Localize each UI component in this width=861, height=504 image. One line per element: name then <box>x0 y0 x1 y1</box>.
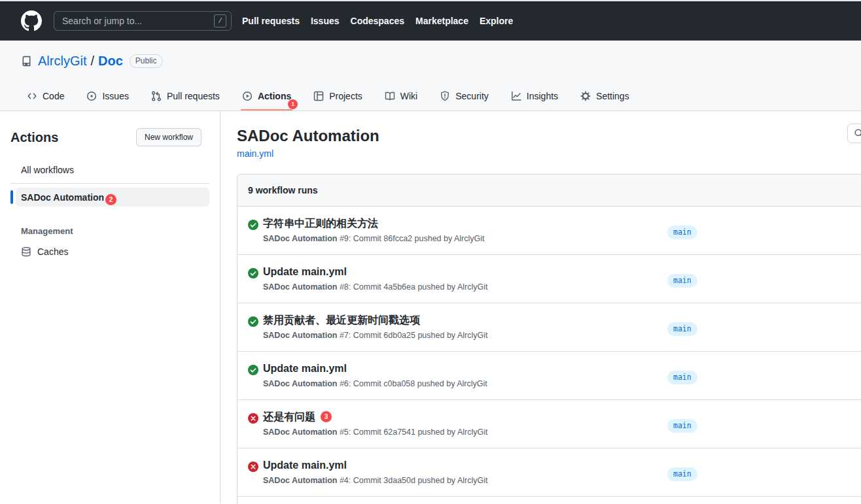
management-section-label: Management <box>0 226 220 236</box>
code-icon <box>27 91 37 101</box>
branch-badge[interactable]: main <box>667 226 697 239</box>
issue-opened-icon <box>86 91 97 101</box>
status-success-icon <box>248 220 258 230</box>
tab-insights[interactable]: Insights <box>506 78 563 110</box>
tab-projects[interactable]: Projects <box>308 78 368 110</box>
nav-pull-requests[interactable]: Pull requests <box>242 13 300 29</box>
repo-tabs: Code Issues Pull requests Actions 1 Proj… <box>0 78 861 110</box>
tab-code[interactable]: Code <box>22 78 69 110</box>
workflow-run-row[interactable]: Update main.yml SADoc Automation #4: Com… <box>237 448 861 497</box>
new-workflow-button[interactable]: New workflow <box>136 128 202 146</box>
branch-badge[interactable]: main <box>667 371 697 384</box>
sidebar-divider <box>10 183 209 184</box>
workflow-runs-panel: 9 workflow runs 字符串中正则的相关方法 SADoc Automa… <box>237 174 861 504</box>
sidebar-title: Actions <box>10 130 58 145</box>
table-icon <box>313 91 324 101</box>
branch-badge[interactable]: main <box>667 274 697 288</box>
global-search-input[interactable]: Search or jump to... / <box>54 11 232 31</box>
workflow-file-link[interactable]: main.yml <box>237 148 273 159</box>
tab-wiki[interactable]: Wiki <box>379 78 423 110</box>
actions-sidebar: Actions New workflow All workflows SADoc… <box>0 111 220 503</box>
github-actions-page: Search or jump to... / Pull requests Iss… <box>0 0 861 504</box>
cache-icon <box>21 246 31 257</box>
workflow-run-row[interactable]: 还是有问题3 SADoc Automation #5: Commit 62a75… <box>237 400 861 448</box>
branch-badge[interactable]: main <box>667 419 697 433</box>
run-meta: SADoc Automation #9: Commit 86fcca2 push… <box>263 234 485 244</box>
status-success-icon <box>248 365 258 375</box>
search-icon <box>854 128 861 139</box>
nav-marketplace[interactable]: Marketplace <box>415 13 468 29</box>
slash-key-hint: / <box>214 14 226 27</box>
search-placeholder: Search or jump to... <box>62 16 142 26</box>
tab-actions[interactable]: Actions 1 <box>237 78 296 110</box>
repo-title-row: AlrclyGit / Doc Public <box>0 51 861 71</box>
content-area: Actions New workflow All workflows SADoc… <box>0 111 861 503</box>
visibility-badge: Public <box>130 54 163 68</box>
tab-pull-requests[interactable]: Pull requests <box>146 78 225 110</box>
nav-explore[interactable]: Explore <box>480 13 513 29</box>
github-mark-icon <box>21 10 42 31</box>
workflow-run-row[interactable]: Update main.yml SADoc Automation #8: Com… <box>237 255 861 303</box>
workflow-title: SADoc Automation <box>237 127 861 145</box>
filter-workflow-runs-input[interactable] <box>847 124 861 143</box>
actions-counter-badge: 1 <box>288 99 298 109</box>
repo-name-link[interactable]: Doc <box>98 54 123 69</box>
workflow-counter-badge: 2 <box>105 194 116 205</box>
run-title-link[interactable]: Update main.yml <box>263 460 347 471</box>
nav-issues[interactable]: Issues <box>311 13 340 29</box>
navbar-links: Pull requests Issues Codespaces Marketpl… <box>242 13 513 29</box>
branch-badge[interactable]: main <box>667 467 697 481</box>
sidebar-header: Actions New workflow <box>0 128 220 146</box>
run-title-link[interactable]: 字符串中正则的相关方法 <box>263 218 378 229</box>
run-meta: SADoc Automation #8: Commit 4a5b6ea push… <box>263 282 487 292</box>
status-failure-icon <box>248 462 258 472</box>
repo-separator: / <box>90 54 94 69</box>
run-title-link[interactable]: 禁用贡献者、最近更新时间戳选项 <box>263 314 420 326</box>
run-meta: SADoc Automation #7: Commit 6db0a25 push… <box>263 331 487 341</box>
git-pull-request-icon <box>151 91 162 101</box>
workflow-main: SADoc Automation main.yml 9 workflow run… <box>220 111 861 503</box>
branch-badge[interactable]: main <box>667 322 697 336</box>
annotation-counter-badge: 3 <box>321 411 332 422</box>
workflow-run-row[interactable]: 字符串中正则的相关方法 SADoc Automation #9: Commit … <box>237 207 861 255</box>
workflow-label: SADoc Automation <box>21 192 104 203</box>
github-logo[interactable] <box>21 10 42 31</box>
play-icon <box>242 91 253 101</box>
sidebar-item-all-workflows[interactable]: All workflows <box>16 161 209 179</box>
status-success-icon <box>248 268 258 278</box>
status-failure-icon <box>248 413 258 424</box>
sidebar-item-sadoc-automation[interactable]: SADoc Automation 2 <box>16 188 209 207</box>
nav-codespaces[interactable]: Codespaces <box>351 13 404 29</box>
workflow-list: All workflows SADoc Automation 2 <box>0 161 220 207</box>
status-success-icon <box>248 316 258 327</box>
run-title-link[interactable]: 还是有问题 <box>263 411 315 422</box>
tab-security[interactable]: Security <box>434 78 494 110</box>
shield-icon <box>440 91 450 101</box>
gear-icon <box>580 91 591 101</box>
run-meta: SADoc Automation #4: Commit 3daa50d push… <box>263 476 487 486</box>
book-icon <box>385 91 395 101</box>
runs-count-header: 9 workflow runs <box>237 175 861 207</box>
repo-owner-link[interactable]: AlrclyGit <box>38 54 86 69</box>
tab-settings[interactable]: Settings <box>575 78 635 110</box>
run-title-link[interactable]: Update main.yml <box>263 266 347 277</box>
workflow-run-row[interactable]: Update main.yml SADoc Automation #6: Com… <box>237 352 861 400</box>
repo-icon <box>21 56 32 67</box>
sidebar-item-caches[interactable]: Caches <box>16 243 209 261</box>
graph-icon <box>511 91 521 101</box>
run-meta: SADoc Automation #6: Commit c0ba058 push… <box>263 379 487 389</box>
workflow-run-row-partial <box>237 497 861 504</box>
run-meta: SADoc Automation #5: Commit 62a7541 push… <box>263 428 487 437</box>
caches-label: Caches <box>37 246 68 257</box>
workflow-run-row[interactable]: 禁用贡献者、最近更新时间戳选项 SADoc Automation #7: Com… <box>237 303 861 352</box>
repo-header: AlrclyGit / Doc Public Code Issues Pull … <box>0 41 861 111</box>
run-title-link[interactable]: Update main.yml <box>263 363 347 374</box>
top-navbar: Search or jump to... / Pull requests Iss… <box>0 1 861 41</box>
tab-issues[interactable]: Issues <box>81 78 133 110</box>
